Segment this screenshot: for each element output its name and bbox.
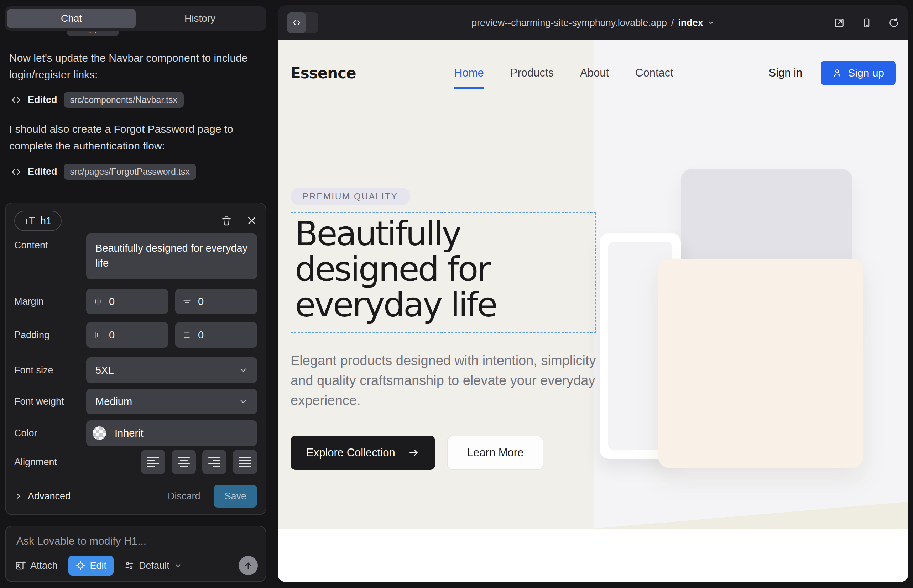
site-logo[interactable]: Essence [291,65,356,82]
content-textarea[interactable]: Beautifully designed for everyday life [86,234,257,279]
preview-url[interactable]: preview--charming-site-symphony.lovable.… [471,18,715,29]
padding-horizontal-icon [93,330,102,339]
editor-header: тT h1 [14,209,257,233]
file-chip[interactable]: src/pages/ForgotPassword.tsx [64,164,196,180]
advanced-toggle[interactable]: Advanced [14,491,71,502]
edit-target-icon [76,561,86,570]
user-icon [832,68,842,78]
open-in-new-tab-icon [834,17,845,29]
color-picker[interactable]: Inherit [86,420,257,446]
premium-quality-badge: PREMIUM QUALITY [291,187,410,205]
code-toggle-icon [291,18,302,28]
edited-file-row: Edited src/pages/ForgotPassword.tsx [11,164,196,180]
attach-button[interactable]: Attach [15,560,58,571]
scrolled-chip-partial[interactable]: · · [67,31,119,36]
color-label: Color [14,428,86,439]
hero-content: PREMIUM QUALITY Beautifully designed for… [291,187,647,470]
tab-history[interactable]: History [136,8,264,29]
arrow-up-icon [243,561,253,570]
content-label: Content [14,240,86,251]
close-editor-button[interactable] [246,215,257,226]
typography-icon: тT [24,215,35,226]
default-mode-selector[interactable]: Default [124,560,182,571]
hero-heading[interactable]: Beautifully designed for everyday life [295,216,590,323]
margin-x-input[interactable]: 0 [86,289,168,314]
chat-history-tabs: Chat History [5,6,266,31]
chevron-down-icon [239,365,248,375]
chat-input-placeholder[interactable]: Ask Lovable to modify H1... [16,535,146,547]
send-message-button[interactable] [239,556,258,575]
align-right-button[interactable] [202,450,227,474]
arrow-right-icon [408,447,419,459]
nav-link-contact[interactable]: Contact [635,66,673,79]
edited-label: Edited [28,94,57,105]
mobile-view-button[interactable] [861,18,872,28]
site-canvas: Essence Home Products About Contact Sign… [278,40,908,582]
attach-image-icon [15,560,26,571]
align-left-button[interactable] [141,450,165,474]
chevron-down-icon [239,397,248,406]
learn-more-button[interactable]: Learn More [447,436,544,470]
code-preview-toggle[interactable] [287,13,318,33]
explore-collection-button[interactable]: Explore Collection [291,436,435,470]
align-right-icon [208,457,220,467]
delete-element-button[interactable] [221,215,232,226]
open-in-new-tab-button[interactable] [834,17,845,29]
align-center-icon [178,457,190,467]
margin-y-input[interactable]: 0 [175,289,257,314]
code-icon [11,166,21,177]
tab-chat[interactable]: Chat [7,8,136,29]
nav-link-home[interactable]: Home [454,66,484,79]
preview-frame: preview--charming-site-symphony.lovable.… [278,5,908,582]
assistant-message: Now let's update the Navbar component to… [9,50,264,83]
file-chip[interactable]: src/components/Navbar.tsx [64,92,184,108]
edited-label: Edited [28,166,57,177]
site-navbar: Essence Home Products About Contact Sign… [278,50,908,96]
sign-up-button[interactable]: Sign up [821,60,895,86]
align-center-button[interactable] [172,450,196,474]
font-size-select[interactable]: 5XL [86,357,257,383]
edited-file-row: Edited src/components/Navbar.tsx [11,92,184,108]
padding-x-input[interactable]: 0 [86,322,168,348]
refresh-icon [889,18,899,28]
margin-vertical-icon [182,297,191,306]
margin-horizontal-icon [93,297,102,306]
sign-in-link[interactable]: Sign in [769,66,802,79]
lovable-app-window: Chat History · · Now let's update the Na… [0,0,913,588]
chevron-down-icon [174,562,182,570]
product-placeholder-cream [659,259,863,468]
align-justify-button[interactable] [233,450,257,474]
preview-toolbar: preview--charming-site-symphony.lovable.… [278,5,908,40]
align-left-icon [147,457,159,467]
padding-label: Padding [14,330,86,341]
refresh-button[interactable] [889,18,899,28]
selected-element-outline[interactable]: Beautifully designed for everyday life [291,213,596,333]
chat-input-box[interactable]: Ask Lovable to modify H1... Attach Edit … [5,526,266,582]
save-button[interactable]: Save [214,485,257,507]
margin-label: Margin [14,296,86,307]
align-justify-icon [239,457,251,467]
font-weight-select[interactable]: Medium [86,389,257,414]
chevron-right-icon [14,492,22,500]
element-editor-panel: тT h1 Content Beautifully designed for e… [5,202,266,515]
nav-link-products[interactable]: Products [510,66,554,79]
padding-y-input[interactable]: 0 [175,322,257,348]
nav-link-about[interactable]: About [580,66,609,79]
alignment-label: Alignment [14,457,86,468]
chat-sidebar: Chat History · · Now let's update the Na… [0,0,274,588]
font-weight-label: Font weight [14,396,86,407]
code-icon [11,95,21,105]
chevron-down-icon [707,19,715,26]
element-tag-label: h1 [40,215,52,227]
transparent-color-swatch [92,426,106,440]
font-size-label: Font size [14,365,86,376]
mobile-view-icon [861,18,872,28]
edit-mode-button[interactable]: Edit [68,556,114,575]
sliders-icon [124,561,134,570]
selected-element-tag[interactable]: тT h1 [14,211,62,231]
discard-button[interactable]: Discard [168,491,201,502]
padding-vertical-icon [182,330,191,339]
hero-description: Elegant products designed with intention… [291,351,611,411]
assistant-message: I should also create a Forgot Password p… [9,121,264,154]
